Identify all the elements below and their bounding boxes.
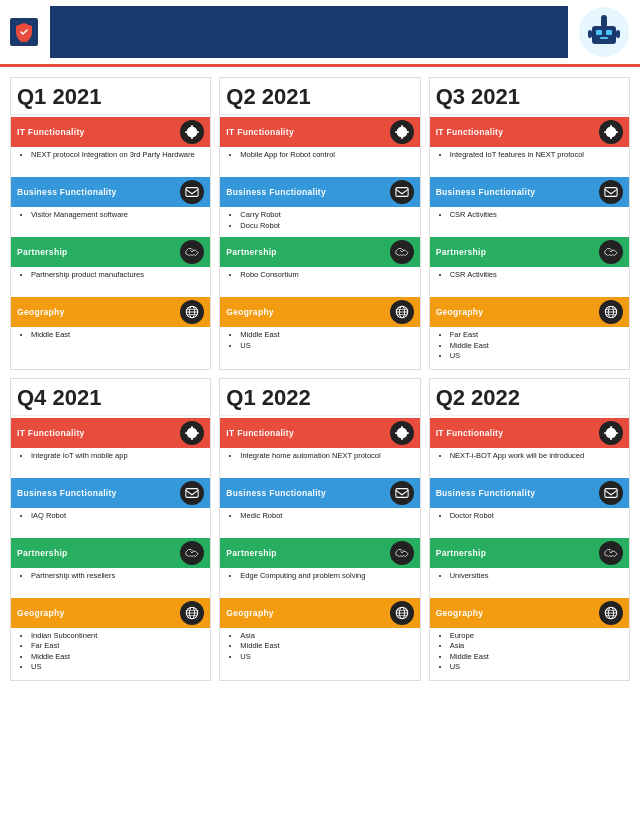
it-functionality-label-q3-2021: IT Functionality — [436, 127, 504, 137]
it-functionality-content-q4-2021: Integrate IoT with mobile app — [11, 448, 210, 476]
partnership-bar-q1-2021: Partnership — [11, 237, 210, 267]
partnership-label-q1-2022: Partnership — [226, 548, 277, 558]
list-item: CSR Activities — [450, 270, 623, 281]
quarters-row-2: Q4 2021IT FunctionalityIntegrate IoT wit… — [10, 378, 630, 681]
list-item: Indian Subcontinent — [31, 631, 204, 642]
list-item: Medic Robot — [240, 511, 413, 522]
partnership-content-q3-2021: CSR Activities — [430, 267, 629, 295]
business-functionality-content-q1-2021: Visitor Management software — [11, 207, 210, 235]
list-item: Middle East — [450, 341, 623, 352]
geography-label-q1-2021: Geography — [17, 307, 65, 317]
geography-bar-q2-2021: Geography — [220, 297, 419, 327]
list-item: Partnership product manufactures — [31, 270, 204, 281]
partnership-content-q1-2022: Edge Computing and problem solving — [220, 568, 419, 596]
business-functionality-icon-q3-2021 — [599, 180, 623, 204]
it-functionality-label-q1-2021: IT Functionality — [17, 127, 85, 137]
it-functionality-content-q2-2022: NEXT-i-BOT App work will be introduced — [430, 448, 629, 476]
list-item: NEXT-i-BOT App work will be introduced — [450, 451, 623, 462]
geography-content-q1-2021: Middle East — [11, 327, 210, 355]
svg-rect-39 — [605, 488, 617, 497]
partnership-bar-q4-2021: Partnership — [11, 538, 210, 568]
quarter-title-q3-2021: Q3 2021 — [430, 78, 629, 115]
list-item: Middle East — [450, 652, 623, 663]
it-functionality-icon-q2-2021 — [390, 120, 414, 144]
partnership-bar-q1-2022: Partnership — [220, 538, 419, 568]
quarter-title-q1-2022: Q1 2022 — [220, 379, 419, 416]
svg-point-6 — [601, 15, 607, 21]
it-functionality-icon-q1-2022 — [390, 421, 414, 445]
quarter-card-q4-2021: Q4 2021IT FunctionalityIntegrate IoT wit… — [10, 378, 211, 681]
geography-content-q4-2021: Indian SubcontinentFar EastMiddle EastUS — [11, 628, 210, 676]
it-functionality-bar-q1-2021: IT Functionality — [11, 117, 210, 147]
svg-rect-7 — [588, 30, 592, 38]
partnership-icon-q1-2021 — [180, 240, 204, 264]
partnership-content-q2-2021: Robo Consortium — [220, 267, 419, 295]
list-item: NEXT protocol Integration on 3rd Party H… — [31, 150, 204, 161]
business-functionality-bar-q3-2021: Business Functionality — [430, 177, 629, 207]
list-item: US — [240, 341, 413, 352]
partnership-content-q4-2021: Partnership with resellers — [11, 568, 210, 596]
svg-rect-3 — [606, 30, 612, 35]
quarter-card-q2-2021: Q2 2021IT FunctionalityMobile App for Ro… — [219, 77, 420, 370]
svg-rect-2 — [596, 30, 602, 35]
business-functionality-icon-q2-2021 — [390, 180, 414, 204]
geography-bar-q1-2022: Geography — [220, 598, 419, 628]
business-functionality-label-q2-2022: Business Functionality — [436, 488, 536, 498]
partnership-content-q2-2022: Universities — [430, 568, 629, 596]
list-item: Asia — [240, 631, 413, 642]
list-item: Docu Robot — [240, 221, 413, 232]
svg-rect-8 — [616, 30, 620, 38]
geography-label-q2-2022: Geography — [436, 608, 484, 618]
it-functionality-bar-q2-2021: IT Functionality — [220, 117, 419, 147]
quarter-title-q4-2021: Q4 2021 — [11, 379, 210, 416]
list-item: Edge Computing and problem solving — [240, 571, 413, 582]
business-functionality-content-q3-2021: CSR Activities — [430, 207, 629, 235]
it-functionality-icon-q3-2021 — [599, 120, 623, 144]
partnership-label-q2-2022: Partnership — [436, 548, 487, 558]
svg-rect-9 — [186, 188, 198, 197]
business-functionality-content-q1-2022: Medic Robot — [220, 508, 419, 536]
svg-rect-21 — [605, 188, 617, 197]
it-functionality-content-q1-2021: NEXT protocol Integration on 3rd Party H… — [11, 147, 210, 175]
business-functionality-content-q2-2022: Doctor Robot — [430, 508, 629, 536]
it-functionality-bar-q4-2021: IT Functionality — [11, 418, 210, 448]
list-item: Middle East — [31, 330, 204, 341]
it-functionality-icon-q4-2021 — [180, 421, 204, 445]
it-functionality-label-q2-2021: IT Functionality — [226, 127, 294, 137]
geography-label-q1-2022: Geography — [226, 608, 274, 618]
main-content: Q1 2021IT FunctionalityNEXT protocol Int… — [0, 67, 640, 699]
list-item: US — [31, 662, 204, 673]
list-item: Far East — [450, 330, 623, 341]
logo-shield — [10, 18, 38, 46]
list-item: Middle East — [31, 652, 204, 663]
business-functionality-icon-q2-2022 — [599, 481, 623, 505]
list-item: Far East — [31, 641, 204, 652]
svg-rect-15 — [396, 188, 408, 197]
list-item: Asia — [450, 641, 623, 652]
business-functionality-content-q2-2021: Carry RobotDocu Robot — [220, 207, 419, 235]
it-functionality-bar-q1-2022: IT Functionality — [220, 418, 419, 448]
it-functionality-content-q1-2022: Integrate home automation NEXT protocol — [220, 448, 419, 476]
partnership-label-q1-2021: Partnership — [17, 247, 68, 257]
quarters-row-1: Q1 2021IT FunctionalityNEXT protocol Int… — [10, 77, 630, 370]
logo — [10, 18, 40, 46]
quarter-card-q1-2022: Q1 2022IT FunctionalityIntegrate home au… — [219, 378, 420, 681]
list-item: Middle East — [240, 641, 413, 652]
business-functionality-bar-q2-2022: Business Functionality — [430, 478, 629, 508]
svg-rect-1 — [592, 26, 616, 44]
business-functionality-bar-q1-2022: Business Functionality — [220, 478, 419, 508]
business-functionality-label-q4-2021: Business Functionality — [17, 488, 117, 498]
it-functionality-label-q4-2021: IT Functionality — [17, 428, 85, 438]
it-functionality-label-q2-2022: IT Functionality — [436, 428, 504, 438]
list-item: Europe — [450, 631, 623, 642]
quarter-card-q2-2022: Q2 2022IT FunctionalityNEXT-i-BOT App wo… — [429, 378, 630, 681]
list-item: Visitor Management software — [31, 210, 204, 221]
partnership-icon-q2-2021 — [390, 240, 414, 264]
geography-icon-q1-2022 — [390, 601, 414, 625]
it-functionality-content-q3-2021: Integrated IoT features in NEXT protocol — [430, 147, 629, 175]
geography-content-q3-2021: Far EastMiddle EastUS — [430, 327, 629, 365]
list-item: Carry Robot — [240, 210, 413, 221]
quarter-title-q2-2022: Q2 2022 — [430, 379, 629, 416]
quarter-title-q1-2021: Q1 2021 — [11, 78, 210, 115]
list-item: CSR Activities — [450, 210, 623, 221]
